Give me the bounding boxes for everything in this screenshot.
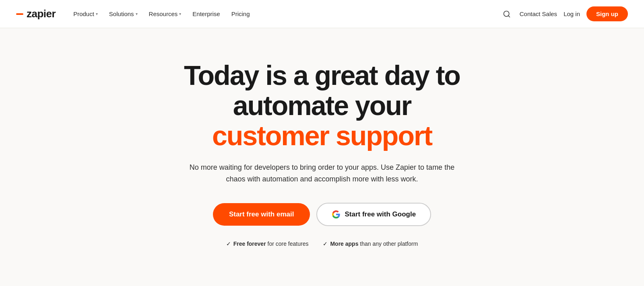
chevron-down-icon: ▾ (136, 12, 138, 16)
nav-links: Product ▾ Solutions ▾ Resources ▾ Enterp… (68, 7, 254, 21)
nav-link-resources-label: Resources (149, 10, 178, 17)
nav-link-enterprise[interactable]: Enterprise (188, 7, 225, 21)
nav-link-solutions[interactable]: Solutions ▾ (104, 7, 142, 21)
start-google-label: Start free with Google (345, 210, 416, 218)
hero-title: Today is a great day to automate your cu… (184, 60, 460, 150)
login-link[interactable]: Log in (564, 10, 580, 17)
nav-link-solutions-label: Solutions (109, 10, 134, 17)
nav-link-resources[interactable]: Resources ▾ (144, 7, 186, 21)
badge-apps-bold: More apps than any other platform (330, 241, 418, 247)
nav-link-product[interactable]: Product ▾ (68, 7, 103, 21)
hero-subtitle: No more waiting for developers to bring … (185, 162, 459, 185)
logo-dash-icon (16, 13, 23, 15)
hero-title-line2: automate your (233, 90, 411, 121)
contact-sales-link[interactable]: Contact Sales (520, 10, 557, 17)
checkmark-icon: ✓ (226, 241, 231, 247)
hero-badge-free: ✓ Free forever for core features (226, 241, 309, 247)
signup-button[interactable]: Sign up (586, 6, 628, 21)
chevron-down-icon: ▾ (179, 12, 181, 16)
search-button[interactable] (500, 8, 513, 21)
navbar: zapier Product ▾ Solutions ▾ Resources ▾… (0, 0, 644, 28)
start-google-button[interactable]: Start free with Google (316, 203, 431, 226)
hero-section: Today is a great day to automate your cu… (0, 28, 644, 271)
badge-free-bold: Free forever for core features (233, 241, 309, 247)
svg-line-1 (508, 15, 510, 17)
nav-link-pricing-label: Pricing (231, 10, 250, 17)
google-icon (332, 210, 341, 219)
hero-badge-apps: ✓ More apps than any other platform (323, 241, 418, 247)
start-email-button[interactable]: Start free with email (213, 203, 310, 226)
nav-link-enterprise-label: Enterprise (192, 10, 220, 17)
nav-link-pricing[interactable]: Pricing (227, 7, 255, 21)
checkmark-icon: ✓ (323, 241, 328, 247)
nav-link-product-label: Product (73, 10, 94, 17)
hero-title-line1: Today is a great day to (184, 60, 460, 91)
logo-link[interactable]: zapier (16, 8, 56, 20)
hero-badges: ✓ Free forever for core features ✓ More … (226, 241, 418, 247)
nav-left: zapier Product ▾ Solutions ▾ Resources ▾… (16, 7, 255, 21)
logo-text: zapier (27, 8, 56, 20)
chevron-down-icon: ▾ (96, 12, 98, 16)
nav-right: Contact Sales Log in Sign up (500, 6, 628, 21)
hero-title-highlight: customer support (212, 120, 432, 151)
search-icon (503, 10, 511, 18)
hero-cta: Start free with email Start free with Go… (213, 203, 431, 226)
